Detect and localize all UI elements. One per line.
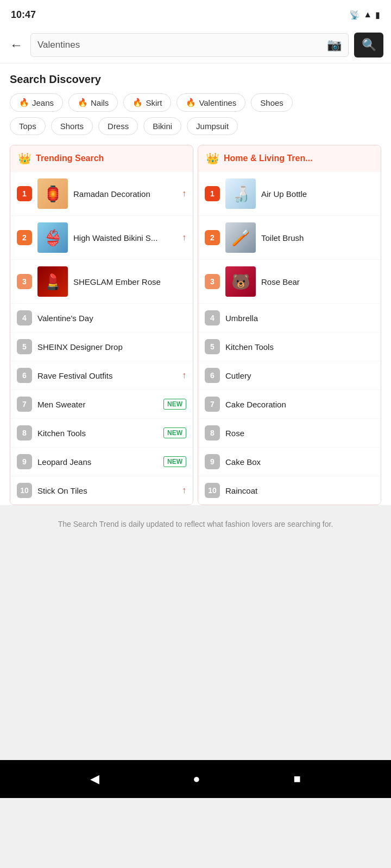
tag-bikini[interactable]: Bikini xyxy=(143,117,181,135)
fire-icon: 🔥 xyxy=(19,98,29,107)
home-item-3[interactable]: 3 🐻 Rose Bear xyxy=(198,259,381,303)
tag-tops-label: Tops xyxy=(19,122,36,131)
nav-bar: ◀ ● ■ xyxy=(0,760,391,798)
trend-name-6: Rave Festival Outfits xyxy=(37,371,176,380)
tag-jumpsuit[interactable]: Jumpsuit xyxy=(187,117,238,135)
nav-recent-button[interactable]: ■ xyxy=(294,772,301,786)
hot-tags-row: 🔥Jeans 🔥Nails 🔥Skirt 🔥Valentines Shoes xyxy=(10,93,381,112)
trend-arrow-6: ↑ xyxy=(182,371,186,380)
home-living-title: Home & Living Tren... xyxy=(224,154,313,163)
trend-arrow-10: ↑ xyxy=(182,486,186,495)
tag-skirt-label: Skirt xyxy=(146,98,162,107)
footer-note: The Search Trend is daily updated to ref… xyxy=(0,505,391,543)
search-button[interactable]: 🔍 xyxy=(354,33,383,58)
tag-nails-label: Nails xyxy=(91,98,109,107)
home-name-3: Rose Bear xyxy=(261,277,374,286)
trending-item-8[interactable]: 8 Kitchen Tools NEW xyxy=(10,418,193,447)
trending-item-10[interactable]: 10 Stick On Tiles ↑ xyxy=(10,476,193,505)
tag-jeans-label: Jeans xyxy=(32,98,54,107)
back-button[interactable]: ← xyxy=(8,37,25,53)
main-content: Search Discovery 🔥Jeans 🔥Nails 🔥Skirt 🔥V… xyxy=(0,63,391,505)
tag-nails[interactable]: 🔥Nails xyxy=(68,93,118,112)
rank-badge-3: 3 xyxy=(17,274,32,289)
home-rank-7: 7 xyxy=(205,397,220,412)
trending-item-6[interactable]: 6 Rave Festival Outfits ↑ xyxy=(10,361,193,390)
trend-name-5: SHEINX Designer Drop xyxy=(37,342,186,352)
tag-tops[interactable]: Tops xyxy=(10,117,46,135)
trend-arrow-1: ↑ xyxy=(182,189,186,199)
home-name-1: Air Up Bottle xyxy=(261,189,374,199)
home-item-10[interactable]: 10 Raincoat xyxy=(198,476,381,505)
nav-home-button[interactable]: ● xyxy=(193,772,200,786)
home-rank-1: 1 xyxy=(205,186,220,201)
rank-badge-10: 10 xyxy=(17,483,32,498)
home-thumb-icon-3: 🐻 xyxy=(231,273,250,291)
tag-shorts[interactable]: Shorts xyxy=(51,117,93,135)
camera-icon[interactable]: 📷 xyxy=(327,38,342,52)
home-name-8: Rose xyxy=(225,429,374,438)
tag-skirt[interactable]: 🔥Skirt xyxy=(123,93,171,112)
trending-item-4[interactable]: 4 Valentine's Day xyxy=(10,303,193,332)
home-name-6: Cutlery xyxy=(225,371,374,380)
home-item-2[interactable]: 2 🪥 Toilet Brush xyxy=(198,215,381,259)
search-icon: 🔍 xyxy=(362,38,376,52)
rank-badge-5: 5 xyxy=(17,339,32,354)
home-thumb-3: 🐻 xyxy=(225,266,256,297)
footer-note-text: The Search Trend is daily updated to ref… xyxy=(58,520,333,528)
home-thumb-2: 🪥 xyxy=(225,222,256,253)
tag-jumpsuit-label: Jumpsuit xyxy=(196,122,229,131)
home-item-5[interactable]: 5 Kitchen Tools xyxy=(198,332,381,361)
trend-thumb-3: 💄 xyxy=(37,266,68,297)
tag-dress[interactable]: Dress xyxy=(98,117,138,135)
trending-item-1[interactable]: 1 🏮 Ramadan Decoration ↑ xyxy=(10,171,193,215)
home-name-4: Umbrella xyxy=(225,314,374,323)
thumb-icon-1: 🏮 xyxy=(43,185,62,203)
home-item-4[interactable]: 4 Umbrella xyxy=(198,303,381,332)
thumb-icon-3: 💄 xyxy=(43,273,62,291)
trend-thumb-2: 👙 xyxy=(37,222,68,253)
tag-dress-label: Dress xyxy=(108,122,129,131)
rank-badge-8: 8 xyxy=(17,425,32,441)
home-rank-2: 2 xyxy=(205,230,220,245)
trending-search-title: Trending Search xyxy=(36,154,104,163)
rank-badge-4: 4 xyxy=(17,310,32,326)
home-rank-4: 4 xyxy=(205,310,220,326)
trending-item-7[interactable]: 7 Men Sweater NEW xyxy=(10,390,193,418)
home-rank-3: 3 xyxy=(205,274,220,289)
home-item-1[interactable]: 1 🍶 Air Up Bottle xyxy=(198,171,381,215)
rank-badge-1: 1 xyxy=(17,186,32,201)
tag-jeans[interactable]: 🔥Jeans xyxy=(10,93,63,112)
wifi-icon: ▲ xyxy=(363,10,372,20)
home-name-10: Raincoat xyxy=(225,486,374,495)
search-input-text: Valentines xyxy=(37,40,323,50)
trending-container: 👑 Trending Search 1 🏮 Ramadan Decoration… xyxy=(10,145,381,505)
search-input-wrapper[interactable]: Valentines 📷 xyxy=(30,33,349,57)
trending-item-3[interactable]: 3 💄 SHEGLAM Ember Rose xyxy=(10,259,193,303)
home-rank-8: 8 xyxy=(205,425,220,441)
trending-item-2[interactable]: 2 👙 High Waisted Bikini S... ↑ xyxy=(10,215,193,259)
tag-shoes-label: Shoes xyxy=(260,98,283,107)
home-rank-5: 5 xyxy=(205,339,220,354)
fire-icon: 🔥 xyxy=(133,98,143,107)
trend-name-8: Kitchen Tools xyxy=(37,429,158,438)
home-name-5: Kitchen Tools xyxy=(225,342,374,352)
crown-icon-right: 👑 xyxy=(206,152,219,165)
home-item-8[interactable]: 8 Rose xyxy=(198,418,381,447)
tag-shoes[interactable]: Shoes xyxy=(251,93,293,112)
normal-tags-row: Tops Shorts Dress Bikini Jumpsuit xyxy=(10,117,381,135)
status-icons: 📡 ▲ ▮ xyxy=(349,10,380,20)
trending-item-9[interactable]: 9 Leopard Jeans NEW xyxy=(10,447,193,476)
trend-name-1: Ramadan Decoration xyxy=(73,189,176,199)
trend-name-7: Men Sweater xyxy=(37,400,158,409)
home-living-header: 👑 Home & Living Tren... xyxy=(198,145,381,171)
tag-valentines-label: Valentines xyxy=(199,98,236,107)
home-item-6[interactable]: 6 Cutlery xyxy=(198,361,381,390)
page-spacer xyxy=(0,543,391,760)
nav-back-button[interactable]: ◀ xyxy=(90,772,99,786)
trending-item-5[interactable]: 5 SHEINX Designer Drop xyxy=(10,332,193,361)
home-item-9[interactable]: 9 Cake Box xyxy=(198,447,381,476)
status-bar: 10:47 📡 ▲ ▮ xyxy=(0,0,391,27)
home-item-7[interactable]: 7 Cake Decoration xyxy=(198,390,381,418)
home-rank-9: 9 xyxy=(205,454,220,469)
tag-valentines[interactable]: 🔥Valentines xyxy=(176,93,245,112)
